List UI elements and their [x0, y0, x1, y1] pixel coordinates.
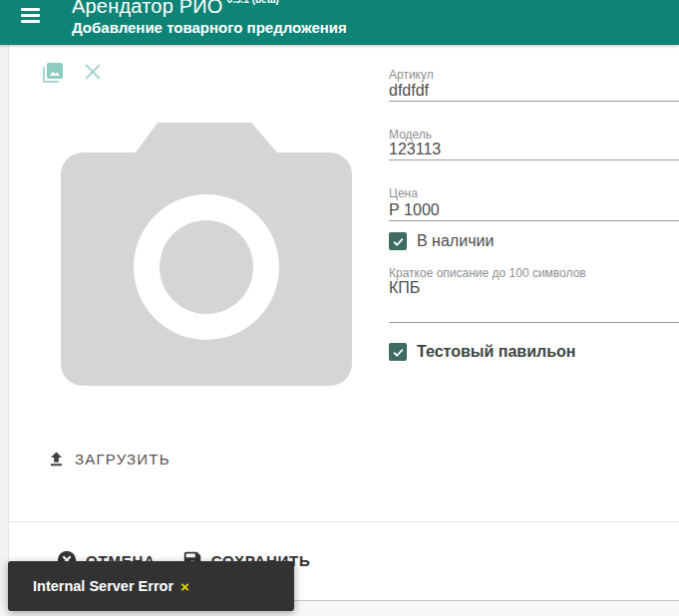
field-label-articul: Артикул [389, 68, 434, 82]
actions-divider [9, 521, 679, 522]
field-label-price: Цена [389, 186, 418, 200]
in-stock-checkbox[interactable]: В наличии [389, 232, 494, 250]
checkbox-checked-icon [389, 232, 407, 250]
articul-input[interactable] [389, 81, 679, 102]
test-pavilion-checkbox[interactable]: Тестовый павильон [389, 343, 575, 361]
form-column: Артикул Модель Цена В наличии Краткое оп… [389, 45, 679, 600]
toast-close-icon[interactable]: × [180, 578, 189, 595]
test-pavilion-checkbox-label: Тестовый павильон [417, 343, 575, 361]
in-stock-checkbox-label: В наличии [417, 232, 494, 250]
upload-icon [47, 450, 66, 468]
product-form-card: ЗАГРУЗИТЬ Артикул Модель Цена В наличии … [8, 45, 679, 601]
app-version: 0.5.1 (beta) [227, 0, 279, 5]
photo-placeholder-camera-icon[interactable] [61, 123, 352, 386]
upload-button[interactable]: ЗАГРУЗИТЬ [47, 450, 170, 468]
model-input[interactable] [389, 140, 679, 160]
toast-message: Internal Server Error [33, 578, 173, 594]
price-input[interactable] [389, 200, 679, 221]
error-toast: Internal Server Error × [8, 561, 294, 611]
checkbox-checked-icon [389, 343, 407, 361]
menu-icon[interactable] [21, 8, 40, 23]
page-title: Добавление товарного предложения [72, 19, 347, 36]
upload-button-label: ЗАГРУЗИТЬ [75, 451, 170, 467]
close-icon[interactable] [82, 61, 106, 85]
app-title: Арендатор РИО [72, 0, 223, 17]
photo-library-icon[interactable] [41, 61, 65, 85]
description-input[interactable] [389, 278, 679, 323]
app-header: Арендатор РИО0.5.1 (beta) Добавление тов… [0, 0, 679, 45]
